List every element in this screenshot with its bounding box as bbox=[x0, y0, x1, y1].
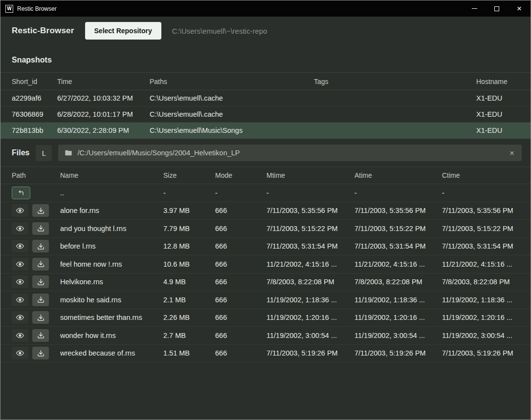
file-row[interactable]: feel home now !.rns 10.6 MB 666 11/21/20… bbox=[0, 255, 531, 273]
select-repository-button[interactable]: Select Repository bbox=[85, 22, 161, 40]
cell-mtime: 11/19/2002, 3:00:54 ... bbox=[266, 332, 354, 339]
cell-short-id: 76306869 bbox=[12, 110, 57, 118]
folder-icon bbox=[65, 149, 72, 157]
column-path: Path bbox=[12, 171, 60, 179]
cell-ctime: 7/11/2003, 5:35:56 PM bbox=[442, 207, 519, 214]
file-row[interactable]: before l.rns 12.8 MB 666 7/11/2003, 5:31… bbox=[0, 238, 531, 256]
preview-button[interactable] bbox=[12, 240, 28, 252]
file-row[interactable]: moskito he said.rns 2.1 MB 666 11/19/200… bbox=[0, 291, 531, 309]
column-short-id: Short_id bbox=[12, 78, 57, 85]
minimize-button[interactable] bbox=[463, 0, 486, 17]
cell-time: 6/27/2022, 10:03:32 PM bbox=[57, 94, 150, 102]
cell-mode: 666 bbox=[215, 278, 266, 286]
preview-button[interactable] bbox=[12, 222, 28, 235]
download-button[interactable] bbox=[32, 222, 49, 235]
download-button[interactable] bbox=[32, 329, 49, 342]
tree-toggle-button[interactable]: L bbox=[36, 145, 52, 161]
cell-mtime: - bbox=[266, 189, 354, 197]
cell-mtime: 7/8/2003, 8:22:08 PM bbox=[266, 278, 354, 286]
download-icon bbox=[37, 207, 44, 214]
cell-atime: 7/8/2003, 8:22:08 PM bbox=[354, 278, 442, 286]
file-row[interactable]: alone for.rns 3.97 MB 666 7/11/2003, 5:3… bbox=[0, 202, 531, 220]
cell-hostname: X1-EDU bbox=[476, 94, 519, 102]
preview-button[interactable] bbox=[12, 275, 28, 288]
snapshot-row[interactable]: a2299af6 6/27/2022, 10:03:32 PM C:\Users… bbox=[0, 90, 531, 106]
download-button[interactable] bbox=[32, 347, 49, 359]
column-time: Time bbox=[57, 78, 150, 85]
download-icon bbox=[37, 278, 44, 286]
cell-size: 1.51 MB bbox=[163, 349, 215, 357]
cell-mode: 666 bbox=[215, 332, 266, 339]
eye-icon bbox=[16, 349, 24, 357]
snapshots-section-title: Snapshots bbox=[0, 45, 531, 72]
cell-ctime: 11/21/2002, 4:15:16 ... bbox=[442, 260, 519, 268]
cell-mtime: 7/11/2003, 5:19:26 PM bbox=[266, 349, 354, 357]
app-header: Restic-Browser Select Repository C:\User… bbox=[0, 17, 531, 45]
repository-path: C:\Users\emuell\~\restic-repo bbox=[172, 27, 267, 35]
minimize-icon bbox=[472, 8, 477, 9]
download-button[interactable] bbox=[32, 258, 49, 271]
cell-name: alone for.rns bbox=[60, 207, 163, 214]
cell-mode: 666 bbox=[215, 314, 266, 321]
snapshot-row-selected[interactable]: 72b813bb 6/30/2022, 2:28:09 PM C:\Users\… bbox=[0, 123, 531, 139]
download-button[interactable] bbox=[32, 294, 49, 306]
cell-atime: 7/11/2003, 5:19:26 PM bbox=[354, 349, 442, 357]
cell-size: 3.97 MB bbox=[163, 207, 215, 214]
file-row[interactable]: Helvikone.rns 4.9 MB 666 7/8/2003, 8:22:… bbox=[0, 273, 531, 292]
file-row[interactable]: sometimes better than.rns 2.26 MB 666 11… bbox=[0, 309, 531, 327]
cell-time: 6/28/2022, 10:01:17 PM bbox=[57, 110, 150, 118]
eye-icon bbox=[16, 296, 24, 304]
preview-button[interactable] bbox=[12, 347, 28, 359]
cell-time: 6/30/2022, 2:28:09 PM bbox=[57, 126, 150, 134]
file-row[interactable]: and you thought l.rns 7.79 MB 666 7/11/2… bbox=[0, 220, 531, 238]
window-title: Restic Browser bbox=[17, 5, 57, 12]
preview-button[interactable] bbox=[12, 329, 28, 342]
parent-directory-row[interactable]: .. - - - - - bbox=[0, 184, 531, 202]
cell-mtime: 7/11/2003, 5:15:22 PM bbox=[266, 225, 354, 232]
snapshot-row[interactable]: 76306869 6/28/2022, 10:01:17 PM C:\Users… bbox=[0, 106, 531, 123]
maximize-icon bbox=[494, 6, 499, 11]
file-path-input[interactable]: /C:/Users/emuell/Music/Songs/2004_Helvet… bbox=[58, 145, 522, 161]
cell-mode: 666 bbox=[215, 260, 266, 268]
cell-paths: C:\Users\emuell\.cache bbox=[150, 110, 314, 118]
cell-atime: 11/19/2002, 1:18:36 ... bbox=[354, 296, 442, 304]
cell-short-id: 72b813bb bbox=[12, 126, 57, 134]
column-tags: Tags bbox=[314, 78, 476, 85]
file-row[interactable]: wonder how it.rns 2.7 MB 666 11/19/2002,… bbox=[0, 327, 531, 345]
download-button[interactable] bbox=[32, 240, 49, 252]
download-button[interactable] bbox=[32, 311, 49, 324]
cell-atime: 11/21/2002, 4:15:16 ... bbox=[354, 260, 442, 268]
column-hostname: Hostname bbox=[476, 78, 519, 85]
cell-hostname: X1-EDU bbox=[476, 126, 519, 134]
maximize-button[interactable] bbox=[486, 0, 508, 17]
cell-mtime: 11/19/2002, 1:18:36 ... bbox=[266, 296, 354, 304]
column-paths: Paths bbox=[150, 78, 314, 85]
preview-button[interactable] bbox=[12, 294, 28, 306]
cell-short-id: a2299af6 bbox=[12, 94, 57, 102]
cell-ctime: 11/19/2002, 3:00:54 ... bbox=[442, 332, 519, 339]
cell-size: 7.79 MB bbox=[163, 225, 215, 232]
cell-mode: 666 bbox=[215, 207, 266, 214]
cell-size: 2.1 MB bbox=[163, 296, 215, 304]
eye-icon bbox=[16, 242, 24, 250]
go-to-parent-button[interactable] bbox=[12, 187, 30, 199]
download-button[interactable] bbox=[32, 275, 49, 288]
preview-button[interactable] bbox=[12, 311, 28, 324]
cell-atime: 7/11/2003, 5:35:56 PM bbox=[354, 207, 442, 214]
preview-button[interactable] bbox=[12, 204, 28, 217]
cell-atime: 11/19/2002, 3:00:54 ... bbox=[354, 332, 442, 339]
close-button[interactable]: × bbox=[508, 0, 531, 17]
clear-path-button[interactable]: × bbox=[509, 149, 515, 157]
preview-button[interactable] bbox=[12, 258, 28, 271]
cell-ctime: - bbox=[442, 189, 519, 197]
file-row[interactable]: wrecked because of.rns 1.51 MB 666 7/11/… bbox=[0, 345, 531, 363]
column-mtime: Mtime bbox=[266, 171, 354, 179]
cell-size: 10.6 MB bbox=[163, 260, 215, 268]
cell-name: Helvikone.rns bbox=[60, 278, 163, 286]
cell-name: .. bbox=[60, 189, 163, 197]
download-button[interactable] bbox=[32, 204, 49, 217]
close-icon: × bbox=[517, 4, 522, 13]
cell-mode: 666 bbox=[215, 296, 266, 304]
cell-size: 2.7 MB bbox=[163, 332, 215, 339]
eye-icon bbox=[16, 225, 24, 232]
